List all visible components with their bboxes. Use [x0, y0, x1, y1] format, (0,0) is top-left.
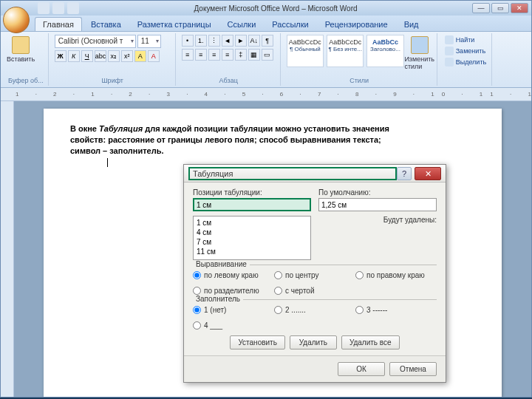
borders-button[interactable]: ▭ [262, 49, 273, 61]
close-button[interactable]: ✕ [511, 3, 528, 13]
replace-button[interactable]: Заменить [443, 46, 488, 56]
cancel-button[interactable]: Отмена [389, 362, 437, 376]
leader-underline-radio[interactable]: 4 ___ [193, 321, 267, 330]
align-center-radio[interactable]: по центру [274, 271, 348, 279]
group-clipboard: Вставить Буфер об... [4, 33, 49, 86]
tab-page-layout[interactable]: Разметка страницы [130, 18, 219, 31]
alignment-fieldset: Выравнивание по левому краю по центру по… [193, 265, 437, 295]
group-styles: AaBbCcDc ¶ Обычный AaBbCcDc ¶ Без инте..… [282, 33, 437, 86]
dialog-close-button[interactable]: ✕ [415, 167, 441, 180]
numbering-button[interactable]: 1. [195, 35, 207, 47]
tabs-dialog: Табуляция ? ✕ Позиции табуляции: По умол… [183, 164, 446, 383]
strike-button[interactable]: abc [95, 50, 106, 62]
tab-position-label: Позиции табуляции: [193, 188, 311, 197]
group-font: Calibri (Основной т 11 Ж К Ч abc x₂ x² A… [50, 33, 176, 86]
redo-icon[interactable] [67, 2, 79, 14]
ribbon: Вставить Буфер об... Calibri (Основной т… [1, 32, 531, 88]
change-styles-icon [411, 36, 429, 54]
set-button[interactable]: Установить [230, 335, 285, 349]
paste-icon [12, 36, 30, 54]
italic-button[interactable]: К [68, 50, 80, 62]
highlight-button[interactable]: A [134, 50, 146, 62]
style-heading[interactable]: AaBbCc Заголово... [366, 35, 403, 67]
shading-button[interactable]: ▦ [248, 49, 260, 61]
default-label: По умолчанию: [318, 188, 437, 197]
default-tab-input[interactable] [318, 198, 437, 211]
quick-access-toolbar [38, 2, 79, 14]
show-marks-button[interactable]: ¶ [262, 35, 273, 47]
dialog-title: Табуляция [188, 167, 397, 180]
text-cursor [107, 158, 108, 167]
tab-position-input[interactable] [193, 198, 311, 211]
align-bar-radio[interactable]: с чертой [274, 287, 348, 295]
change-styles-button[interactable]: Изменить стили [407, 35, 432, 72]
justify-button[interactable]: ≡ [222, 49, 233, 61]
delete-button[interactable]: Удалить [290, 335, 337, 349]
leader-dots-radio[interactable]: 2 ....... [274, 306, 348, 314]
ribbon-tabs: Главная Вставка Разметка страницы Ссылки… [1, 16, 531, 32]
ok-button[interactable]: ОК [338, 362, 385, 376]
office-button[interactable] [3, 7, 30, 33]
subscript-button[interactable]: x₂ [108, 50, 120, 62]
window-title: Документ Microsoft Office Word – Microso… [79, 4, 472, 13]
leader-none-radio[interactable]: 1 (нет) [193, 306, 267, 314]
horizontal-ruler[interactable]: 1 · 2 · 1 · 2 · 3 · 4 · 5 · 6 · 7 · 8 · … [1, 88, 531, 101]
tab-references[interactable]: Ссылки [220, 18, 264, 31]
will-delete-label: Будут удалены: [318, 216, 437, 224]
bullets-button[interactable]: • [182, 35, 194, 47]
align-right-radio[interactable]: по правому краю [355, 271, 429, 279]
find-icon [445, 35, 454, 44]
delete-all-button[interactable]: Удалить все [341, 335, 400, 349]
vertical-ruler[interactable] [1, 101, 14, 397]
group-editing: Найти Заменить Выделить [439, 33, 492, 86]
minimize-button[interactable]: — [472, 3, 490, 13]
align-center-button[interactable]: ≡ [195, 49, 207, 61]
align-right-button[interactable]: ≡ [208, 49, 220, 61]
undo-icon[interactable] [52, 2, 64, 14]
tab-view[interactable]: Вид [397, 18, 426, 31]
multilevel-button[interactable]: ⋮ [208, 35, 220, 47]
replace-icon [445, 47, 454, 55]
font-color-button[interactable]: A [148, 50, 160, 62]
titlebar: Документ Microsoft Office Word – Microso… [1, 1, 531, 16]
underline-button[interactable]: Ч [81, 50, 93, 62]
font-name-combo[interactable]: Calibri (Основной т [55, 35, 136, 48]
font-size-combo[interactable]: 11 [137, 35, 161, 48]
maximize-button[interactable]: ▭ [491, 3, 509, 13]
save-icon[interactable] [38, 2, 50, 14]
tab-insert[interactable]: Вставка [83, 18, 129, 31]
superscript-button[interactable]: x² [121, 50, 133, 62]
document-text: В окне Табуляция для каждой позиции табу… [70, 123, 475, 167]
align-decimal-radio[interactable]: по разделителю [193, 287, 267, 295]
select-icon [445, 58, 454, 66]
leader-fieldset: Заполнитель 1 (нет) 2 ....... 3 ------ 4… [193, 299, 437, 330]
tab-review[interactable]: Рецензирование [318, 18, 395, 31]
align-left-button[interactable]: ≡ [182, 49, 194, 61]
align-left-radio[interactable]: по левому краю [193, 271, 267, 279]
select-button[interactable]: Выделить [443, 57, 488, 67]
indent-inc-button[interactable]: ► [235, 35, 247, 47]
leader-dashes-radio[interactable]: 3 ------ [355, 306, 429, 314]
style-no-spacing[interactable]: AaBbCcDc ¶ Без инте... [327, 35, 364, 67]
sort-button[interactable]: A↓ [248, 35, 260, 47]
dialog-titlebar[interactable]: Табуляция ? ✕ [184, 165, 446, 183]
paste-button[interactable]: Вставить [8, 35, 33, 64]
line-spacing-button[interactable]: ‡ [235, 49, 247, 61]
tab-mailings[interactable]: Рассылки [265, 18, 316, 31]
find-button[interactable]: Найти [443, 35, 488, 45]
tab-positions-list[interactable]: 1 см 4 см 7 см 11 см [193, 216, 311, 260]
group-paragraph: • 1. ⋮ ◄ ► A↓ ¶ ≡ ≡ ≡ ≡ ‡ ▦ ▭ [177, 33, 281, 86]
bold-button[interactable]: Ж [55, 50, 66, 62]
style-normal[interactable]: AaBbCcDc ¶ Обычный [287, 35, 324, 67]
tab-home[interactable]: Главная [35, 17, 82, 31]
indent-dec-button[interactable]: ◄ [222, 35, 233, 47]
dialog-help-button[interactable]: ? [397, 167, 412, 180]
